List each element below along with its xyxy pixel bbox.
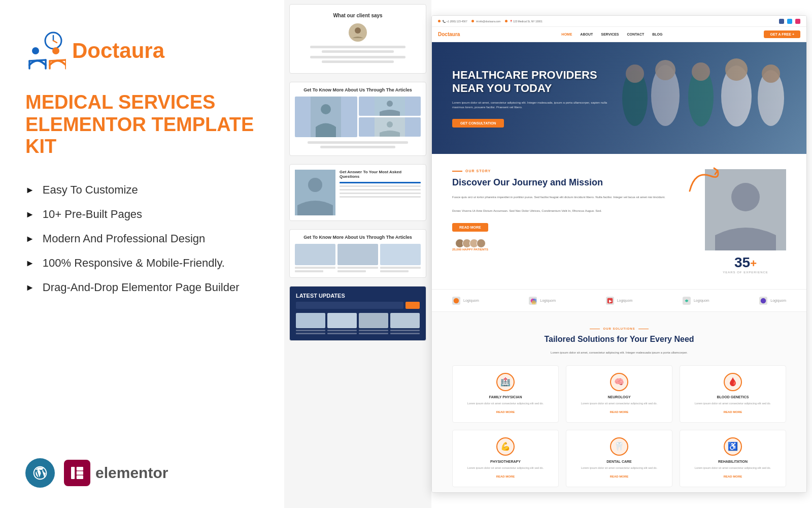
service-desc: Lorem ipsum dolor sit amet consectetur a… [460,466,551,470]
search-bar-mini [296,302,420,309]
feature-label: Easy To Customize [43,183,138,197]
partner-logo-2: Logiquom [529,297,556,305]
arrow-icon: ► [25,234,35,244]
site-logo-mini: Doctaura [438,31,460,37]
preview-line [322,60,394,63]
partner-text: Logiquom [463,299,479,302]
topbar-info-address: 📍 123 Medical St, NY 10001 [505,20,543,23]
news-line [359,330,388,331]
stat-years: 35+ YEARS OF EXPERIENCE [705,255,786,274]
about-content: OUR STORY Discover Our Journey and Missi… [452,169,690,251]
faq-title: Get Answer To Your Most Asked Questions [340,170,421,179]
news-img [359,313,388,328]
img-placeholder [359,117,421,137]
preview-line [310,46,406,48]
faq-line-inactive [340,196,421,198]
partner-icon: ▶ [606,297,614,305]
instagram-icon [795,19,800,24]
news-line [296,330,325,331]
services-grid-2: 💪 PHYSIOTHERAPY Lorem ipsum dolor sit am… [452,430,786,487]
elementor-badge: elementor [64,460,168,486]
partner-icon [759,297,767,305]
partner-icon [683,297,691,305]
service-link[interactable]: READ MORE [496,410,515,414]
logo-icon [25,30,66,71]
service-desc: Lorem ipsum dolor sit amet consectetur a… [460,401,551,406]
deco-arrow [685,166,725,198]
nav-item-about[interactable]: ABOUT [580,33,593,36]
stat-years-label: YEARS OF EXPERIENCE [705,271,786,274]
news-item [390,313,420,334]
service-link[interactable]: READ MORE [724,410,742,414]
services-title: Tailored Solutions for Your Every Need [452,334,786,345]
news-line [390,333,420,334]
feature-label: 10+ Pre-Built Pages [43,208,142,221]
service-link[interactable]: READ MORE [724,475,742,478]
wordpress-icon [25,458,55,488]
feature-label: 100% Responsive & Mobile-Friendly. [43,257,225,270]
feature-item: ► Easy To Customize [25,183,259,197]
service-name: DENTAL CARE [573,460,665,463]
nav-item-contact[interactable]: CONTACT [627,33,645,36]
news-item [359,313,388,334]
service-name: NEUROLOGY [573,395,665,399]
svg-point-21 [387,121,393,128]
partner-logo-3: ▶ Logiquom [606,297,633,305]
preview-blog: Get To Know More About Us Through The Ar… [289,229,426,278]
service-icon-neuro: 🧠 [610,373,628,391]
mini-avatar [477,239,486,248]
svg-point-23 [308,178,322,192]
feature-label: Modern And Professional Design [43,232,205,245]
elementor-icon [64,460,90,486]
search-btn-mini [405,302,420,309]
service-link[interactable]: READ MORE [496,475,515,478]
nav-item-home[interactable]: HOME [561,33,572,36]
stat-patients: 25,000 HAPPY PATIENTS [452,239,488,251]
about-cta-button[interactable]: READ MORE [452,223,488,232]
hero-subtitle: Lorem ipsum dolor sit amet, consectetur … [452,101,615,110]
services-tag: OUR SOLUTIONS [452,327,786,330]
hero-cta-button[interactable]: GET CONSULTATION [452,119,504,128]
services-subtitle: Lorem ipsum dolor sit amet, consectetur … [492,350,746,355]
partner-icon [529,297,537,305]
news-line [390,330,420,331]
service-card-4: 💪 PHYSIOTHERAPY Lorem ipsum dolor sit am… [452,430,559,487]
feature-item: ► 10+ Pre-Built Pages [25,208,259,221]
stat-avatars [455,239,486,248]
nav-cta-button[interactable]: GET A FREE + [764,30,800,38]
nav-item-services[interactable]: SERVICES [601,33,619,36]
features-list: ► Easy To Customize ► 10+ Pre-Built Page… [25,183,259,294]
faq-line [340,182,421,183]
partner-logo-4: Logiquom [683,297,709,305]
faq-image [295,170,335,215]
service-name: FAMILY PHYSICIAN [460,395,551,399]
hero-content: HEALTHCARE PROVIDERS NEAR YOU TODAY Lore… [452,69,615,128]
about-tag: OUR STORY [452,169,690,173]
logo-suffix: taura [112,39,164,62]
site-hero: HEALTHCARE PROVIDERS NEAR YOU TODAY Lore… [432,42,806,154]
img-placeholder [359,97,421,116]
latest-title: LATEST UPDATES [296,293,420,299]
preview-testimonial: What our client says [289,4,426,74]
svg-line-2 [53,41,57,43]
service-icon-rehab: ♿ [724,437,742,456]
service-link[interactable]: READ MORE [610,475,629,478]
powered-by: elementor [25,448,259,488]
hero-title: HEALTHCARE PROVIDERS NEAR YOU TODAY [452,69,615,96]
nav-item-blog[interactable]: BLOG [652,33,662,36]
service-desc: Lorem ipsum dolor sit amet consectetur a… [573,466,665,470]
service-link[interactable]: READ MORE [610,410,629,414]
service-name: PHYSIOTHERAPY [460,460,551,463]
twitter-icon [787,19,792,24]
feature-item: ► 100% Responsive & Mobile-Friendly. [25,257,259,270]
logo-prefix: Doc [72,39,112,62]
news-line [296,333,325,334]
about-stats: 25,000 HAPPY PATIENTS [452,239,690,251]
service-desc: Lorem ipsum dolor sit amet consectetur a… [687,401,779,406]
elementor-text: elementor [95,464,168,482]
site-topbar-left: 📞 +1 (800) 123-4567 ✉ info@doctaura.com … [438,20,543,23]
site-topbar: 📞 +1 (800) 123-4567 ✉ info@doctaura.com … [432,16,806,27]
topbar-info-email: ✉ info@doctaura.com [471,20,501,23]
svg-point-7 [52,47,59,54]
service-name: BLOOD GENETICS [687,395,779,399]
